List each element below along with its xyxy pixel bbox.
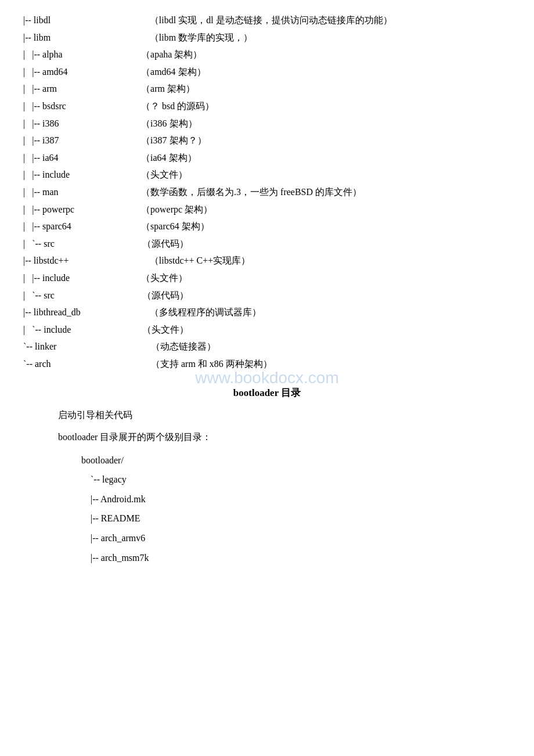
tree-label: libdl xyxy=(34,12,138,29)
tree-label: libthread_db xyxy=(34,304,138,321)
tree-comment: （支持 arm 和 x86 两种架构） xyxy=(151,355,272,373)
tree-row-alpha: | |-- alpha （apaha 架构） xyxy=(23,46,511,63)
tree-row-ia64: | |-- ia64 （ia64 架构） xyxy=(23,149,511,167)
tree-row-linker: `-- linker （动态链接器） xyxy=(23,338,511,355)
tree-comment: （sparc64 架构） xyxy=(141,218,210,235)
tree-comment: （源代码） xyxy=(142,287,189,304)
tree-row-man: | |-- man （数学函数，后缀名为.3，一些为 freeBSD 的库文件） xyxy=(23,183,511,201)
bootloader-item-arch-armv6: |-- arch_armv6 xyxy=(81,528,511,548)
tree-row-libstdcpp: |-- libstdc++ （libstdc++ C++实现库） xyxy=(23,252,511,269)
tree-comment: （头文件） xyxy=(141,166,187,183)
tree-comment: （？ bsd 的源码） xyxy=(141,98,214,115)
tree-indent: | `-- xyxy=(23,321,44,339)
tree-label: libm xyxy=(34,29,138,46)
tree-row-arm: | |-- arm （arm 架构） xyxy=(23,80,511,98)
tree-label: sparc64 xyxy=(42,218,129,235)
tree-label: arm xyxy=(42,80,129,98)
tree-comment: （头文件） xyxy=(141,269,187,287)
tree-indent: |-- xyxy=(23,12,34,29)
bootloader-desc1: 启动引导相关代码 xyxy=(58,406,511,424)
tree-row-amd64: | |-- amd64 （amd64 架构） xyxy=(23,63,511,81)
tree-row-i386: | |-- i386 （i386 架构） xyxy=(23,115,511,132)
tree-label: linker xyxy=(35,338,139,355)
bootloader-desc2: bootloader 目录展开的两个级别目录： xyxy=(58,429,511,446)
tree-comment: （源代码） xyxy=(142,235,189,253)
bootloader-item-legacy: `-- legacy xyxy=(81,470,511,489)
tree-label: libstdc++ xyxy=(34,252,138,269)
tree-row-src-libstdcpp: | `-- src （源代码） xyxy=(23,287,511,304)
tree-indent: |-- xyxy=(23,29,34,46)
tree-comment: （libm 数学库的实现，） xyxy=(150,29,252,46)
tree-row-libthread-db: |-- libthread_db （多线程程序的调试器库） xyxy=(23,304,511,321)
bootloader-section-title: bootloader 目录 xyxy=(23,386,511,399)
tree-indent: | |-- xyxy=(23,201,42,218)
tree-row-sparc64: | |-- sparc64 （sparc64 架构） xyxy=(23,218,511,235)
bootloader-item-arch-msm7k: |-- arch_msm7k xyxy=(81,548,511,568)
tree-label: amd64 xyxy=(42,63,129,81)
tree-row-bsdsrc: | |-- bsdsrc （？ bsd 的源码） xyxy=(23,98,511,115)
bootloader-item-readme: |-- README xyxy=(81,509,511,528)
tree-comment: （amd64 架构） xyxy=(141,63,206,81)
tree-comment: （多线程程序的调试器库） xyxy=(150,304,261,321)
tree-indent: | |-- xyxy=(23,132,42,149)
tree-indent: | |-- xyxy=(23,149,42,167)
tree-label: bsdsrc xyxy=(42,98,129,115)
tree-comment: （apaha 架构） xyxy=(141,46,202,63)
tree-comment: （i387 架构？） xyxy=(141,132,206,149)
tree-row-i387: | |-- i387 （i387 架构？） xyxy=(23,132,511,149)
bootloader-item-androidmk: |-- Android.mk xyxy=(81,489,511,509)
tree-label: man xyxy=(42,183,129,201)
tree-row-arch: `-- arch （支持 arm 和 x86 两种架构） xyxy=(23,355,511,373)
tree-row-include-libstdcpp: | |-- include （头文件） xyxy=(23,269,511,287)
tree-label: include xyxy=(44,321,131,339)
tree-indent: | |-- xyxy=(23,166,42,183)
tree-indent: | |-- xyxy=(23,183,42,201)
tree-comment: （数学函数，后缀名为.3，一些为 freeBSD 的库文件） xyxy=(141,183,362,201)
tree-indent: | |-- xyxy=(23,46,42,63)
tree-label: ia64 xyxy=(42,149,129,167)
tree-indent: | |-- xyxy=(23,63,42,81)
tree-indent: | |-- xyxy=(23,98,42,115)
tree-comment: （powerpc 架构） xyxy=(141,201,212,218)
tree-label: include xyxy=(42,166,129,183)
tree-label: i387 xyxy=(42,132,129,149)
tree-row-include-libthread: | `-- include （头文件） xyxy=(23,321,511,339)
tree-row-libdl: |-- libdl （libdl 实现，dl 是动态链接，提供访问动态链接库的功… xyxy=(23,12,511,29)
bootloader-item-root: bootloader/ xyxy=(81,451,511,470)
tree-indent: | |-- xyxy=(23,269,42,287)
tree-indent: | |-- xyxy=(23,115,42,132)
tree-label: arch xyxy=(35,355,139,373)
tree-indent: | `-- xyxy=(23,235,44,253)
tree-indent: `-- xyxy=(23,338,35,355)
tree-comment: （动态链接器） xyxy=(151,338,216,355)
tree-label: i386 xyxy=(42,115,129,132)
tree-label: powerpc xyxy=(42,201,129,218)
tree-row-powerpc: | |-- powerpc （powerpc 架构） xyxy=(23,201,511,218)
tree-row-include-libm: | |-- include （头文件） xyxy=(23,166,511,183)
tree-row-src-libm: | `-- src （源代码） xyxy=(23,235,511,253)
tree-indent: |-- xyxy=(23,252,34,269)
tree-indent: | |-- xyxy=(23,218,42,235)
tree-indent: |-- xyxy=(23,304,34,321)
tree-comment: （ia64 架构） xyxy=(141,149,197,167)
tree-row-libm: |-- libm （libm 数学库的实现，） xyxy=(23,29,511,46)
tree-comment: （libstdc++ C++实现库） xyxy=(150,252,250,269)
tree-label: src xyxy=(44,235,131,253)
tree-section: |-- libdl （libdl 实现，dl 是动态链接，提供访问动态链接库的功… xyxy=(23,12,511,372)
tree-indent: | `-- xyxy=(23,287,44,304)
tree-indent: `-- xyxy=(23,355,35,373)
tree-indent: | |-- xyxy=(23,80,42,98)
tree-comment: （libdl 实现，dl 是动态链接，提供访问动态链接库的功能） xyxy=(150,12,392,29)
tree-comment: （头文件） xyxy=(142,321,189,339)
tree-comment: （arm 架构） xyxy=(141,80,195,98)
tree-label: alpha xyxy=(42,46,129,63)
tree-label: include xyxy=(42,269,129,287)
bootloader-tree: bootloader/ `-- legacy |-- Android.mk |-… xyxy=(81,451,511,568)
tree-label: src xyxy=(44,287,131,304)
tree-comment: （i386 架构） xyxy=(141,115,197,132)
